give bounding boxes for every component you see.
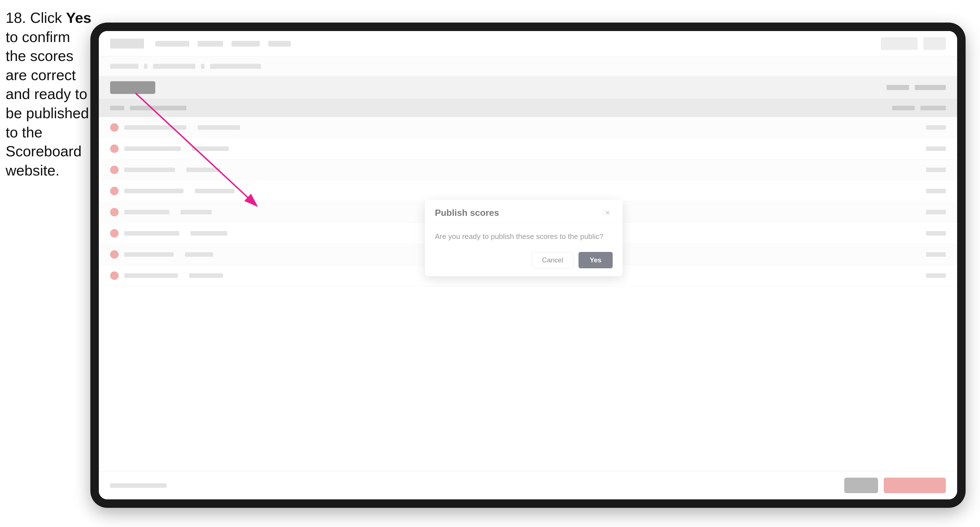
tablet-screen: Publish scores × Are you ready to publis… bbox=[99, 31, 957, 499]
instruction-text: 18. Click Yes to confirm the scores are … bbox=[6, 8, 93, 180]
modal-overlay bbox=[99, 31, 957, 499]
step-number: 18. bbox=[6, 10, 26, 26]
tablet-device: Publish scores × Are you ready to publis… bbox=[90, 22, 966, 508]
